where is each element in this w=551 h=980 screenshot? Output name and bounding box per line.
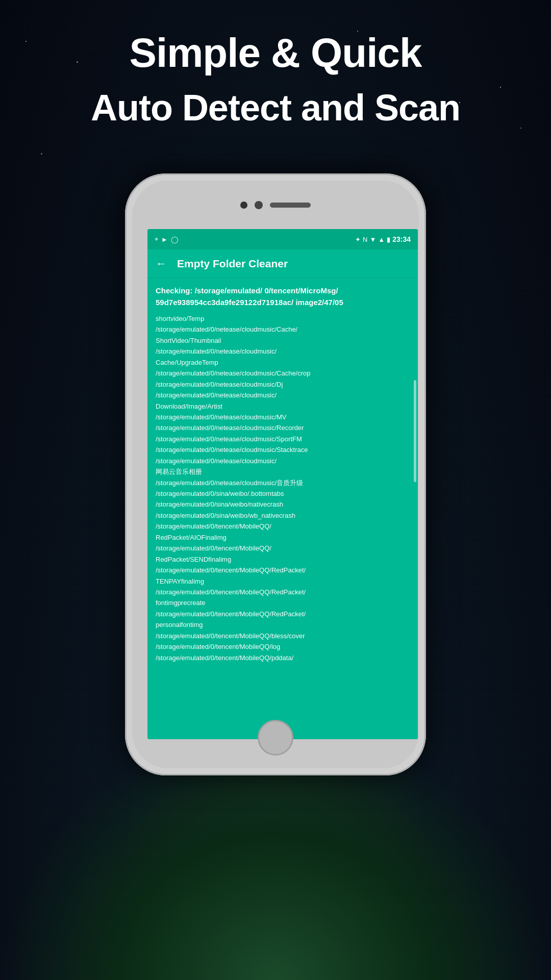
bluetooth-icon: ✦ xyxy=(355,236,361,243)
battery-icon: ▮ xyxy=(387,236,390,243)
path-item-26: fontimgprecreate xyxy=(156,597,410,608)
checking-label: Checking: /storage/emulated/ 0/tencent/M… xyxy=(156,286,343,307)
path-item-11: /storage/emulated/0/netease/cloudmusic/S… xyxy=(156,434,410,444)
path-item-28: personalfontimg xyxy=(156,619,410,630)
wifi-icon: ⌖ xyxy=(155,235,158,243)
app-bar: ← Empty Folder Cleaner xyxy=(147,249,418,278)
path-item-8: Download/Image/Artist xyxy=(156,401,410,412)
path-item-29: /storage/emulated/0/tencent/MobileQQ/ble… xyxy=(156,631,410,641)
path-item-15: /storage/emulated/0/netease/cloudmusic/音… xyxy=(156,478,410,488)
path-item-9: /storage/emulated/0/netease/cloudmusic/M… xyxy=(156,412,410,422)
scan-content-area: Checking: /storage/emulated/ 0/tencent/M… xyxy=(147,278,418,739)
header-title-line1: Simple & Quick xyxy=(0,31,551,76)
path-item-6: /storage/emulated/0/netease/cloudmusic/D… xyxy=(156,379,410,390)
circle-icon: ◯ xyxy=(171,236,179,243)
phone-home-button[interactable] xyxy=(258,720,293,756)
path-item-20: RedPacket/AIOFinalimg xyxy=(156,532,410,543)
app-bar-title: Empty Folder Cleaner xyxy=(177,258,288,270)
path-item-10: /storage/emulated/0/netease/cloudmusic/R… xyxy=(156,422,410,433)
path-item-0: shortvideo/Temp xyxy=(156,313,410,324)
path-item-25: /storage/emulated/0/tencent/MobileQQ/Red… xyxy=(156,587,410,597)
nfc-icon: N xyxy=(363,236,367,243)
path-item-2: ShortVideo/Thumbnail xyxy=(156,335,410,346)
checking-path-text: Checking: /storage/emulated/ 0/tencent/M… xyxy=(156,285,410,308)
path-item-24: TENPAYfinalimg xyxy=(156,576,410,587)
path-item-3: /storage/emulated/0/netease/cloudmusic/ xyxy=(156,346,410,357)
scroll-indicator[interactable] xyxy=(414,380,416,482)
path-item-30: /storage/emulated/0/tencent/MobileQQ/log xyxy=(156,641,410,652)
path-item-7: /storage/emulated/0/netease/cloudmusic/ xyxy=(156,390,410,400)
signal-icon: ▼ xyxy=(369,236,376,243)
star-5 xyxy=(41,153,42,155)
path-item-19: /storage/emulated/0/tencent/MobileQQ/ xyxy=(156,521,410,532)
path-item-27: /storage/emulated/0/tencent/MobileQQ/Red… xyxy=(156,609,410,619)
path-list: shortvideo/Temp /storage/emulated/0/nete… xyxy=(156,313,410,663)
signal-bars-icon: ▲ xyxy=(378,236,385,243)
front-camera-icon xyxy=(240,202,247,209)
header-title-line2: Auto Detect and Scan xyxy=(0,86,551,130)
path-item-12: /storage/emulated/0/netease/cloudmusic/S… xyxy=(156,444,410,455)
phone-inner-bezel: ⌖ ► ◯ ✦ N ▼ ▲ ▮ 23:34 ← xyxy=(132,181,419,768)
path-item-22: RedPacket/SENDfinalimg xyxy=(156,554,410,565)
path-item-31: /storage/emulated/0/tencent/MobileQQ/pdd… xyxy=(156,652,410,663)
phone-mockup: ⌖ ► ◯ ✦ N ▼ ▲ ▮ 23:34 ← xyxy=(125,173,426,786)
phone-top-area xyxy=(240,201,311,209)
phone-screen: ⌖ ► ◯ ✦ N ▼ ▲ ▮ 23:34 ← xyxy=(147,229,418,739)
phone-shell: ⌖ ► ◯ ✦ N ▼ ▲ ▮ 23:34 ← xyxy=(125,173,426,775)
path-item-23: /storage/emulated/0/tencent/MobileQQ/Red… xyxy=(156,565,410,575)
path-item-13: /storage/emulated/0/netease/cloudmusic/ xyxy=(156,456,410,466)
camera-dot xyxy=(255,201,263,209)
back-button[interactable]: ← xyxy=(156,257,167,270)
path-item-1: /storage/emulated/0/netease/cloudmusic/C… xyxy=(156,324,410,335)
status-bar-right: ✦ N ▼ ▲ ▮ 23:34 xyxy=(355,235,411,243)
path-item-4: Cache/UpgradeTemp xyxy=(156,357,410,368)
status-bar: ⌖ ► ◯ ✦ N ▼ ▲ ▮ 23:34 xyxy=(147,229,418,249)
path-item-21: /storage/emulated/0/tencent/MobileQQ/ xyxy=(156,543,410,554)
status-time: 23:34 xyxy=(392,235,411,243)
path-item-18: /storage/emulated/0/sina/weibo/wb_native… xyxy=(156,510,410,521)
image-icon: ► xyxy=(161,236,168,243)
path-item-14: 网易云音乐相册 xyxy=(156,466,410,477)
path-item-5: /storage/emulated/0/netease/cloudmusic/C… xyxy=(156,368,410,379)
status-bar-left: ⌖ ► ◯ xyxy=(155,235,179,243)
header-section: Simple & Quick Auto Detect and Scan xyxy=(0,0,551,130)
path-item-17: /storage/emulated/0/sina/weibo/nativecra… xyxy=(156,499,410,510)
speaker-bar xyxy=(270,203,311,208)
path-item-16: /storage/emulated/0/sina/weibo/.bottomta… xyxy=(156,488,410,499)
